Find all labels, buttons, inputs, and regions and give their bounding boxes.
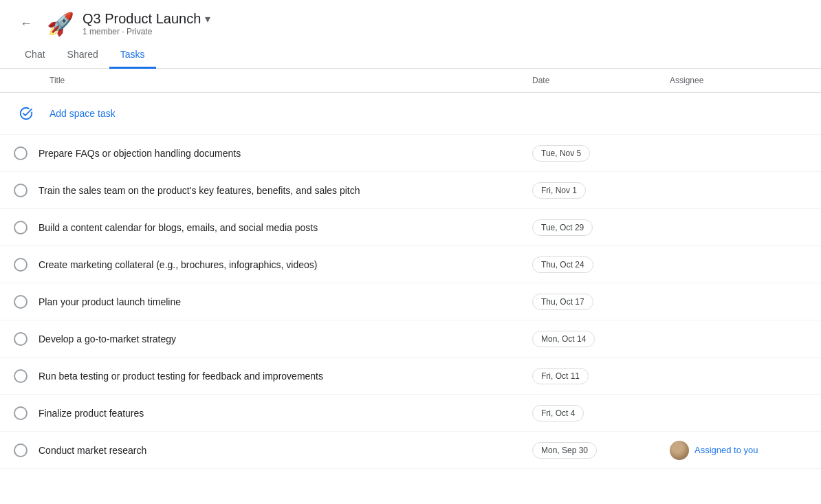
assignee-label: Assigned to you xyxy=(694,445,758,455)
task-date-cell: Thu, Oct 24 xyxy=(532,256,670,273)
task-title-cell: Finalize product features xyxy=(14,397,532,430)
header: ← 🚀 Q3 Product Launch ▾ 1 member · Priva… xyxy=(0,0,821,36)
task-title-cell: Prepare FAQs or objection handling docum… xyxy=(14,137,532,170)
task-list: Prepare FAQs or objection handling docum… xyxy=(0,135,821,469)
task-title-text: Build a content calendar for blogs, emai… xyxy=(39,222,318,233)
task-title-text: Train the sales team on the product's ke… xyxy=(39,185,360,196)
task-assignee-cell: Assigned to you xyxy=(670,441,807,460)
task-title-text: Finalize product features xyxy=(39,408,144,419)
task-date-cell: Mon, Oct 14 xyxy=(532,331,670,347)
task-date-cell: Tue, Oct 29 xyxy=(532,219,670,236)
task-date-cell: Fri, Oct 11 xyxy=(532,368,670,384)
task-date-badge: Mon, Oct 14 xyxy=(532,331,595,347)
task-date-badge: Fri, Nov 1 xyxy=(532,182,586,199)
task-title-text: Plan your product launch timeline xyxy=(39,296,181,307)
task-checkbox[interactable] xyxy=(14,146,28,160)
add-task-icon xyxy=(14,101,39,126)
task-title-text: Develop a go-to-market strategy xyxy=(39,333,176,344)
space-title: Q3 Product Launch ▾ xyxy=(83,11,210,27)
task-checkbox[interactable] xyxy=(14,443,28,457)
task-title-cell: Run beta testing or product testing for … xyxy=(14,360,532,393)
task-row: Build a content calendar for blogs, emai… xyxy=(0,209,821,246)
task-row: Develop a go-to-market strategyMon, Oct … xyxy=(0,320,821,358)
task-checkbox[interactable] xyxy=(14,369,28,383)
task-checkbox[interactable] xyxy=(14,184,28,197)
task-date-badge: Fri, Oct 11 xyxy=(532,368,589,384)
task-date-cell: Mon, Sep 30 xyxy=(532,442,670,459)
task-checkbox[interactable] xyxy=(14,221,28,234)
task-row: Conduct market researchMon, Sep 30Assign… xyxy=(0,432,821,469)
assignee-avatar xyxy=(670,441,689,460)
task-date-cell: Fri, Oct 4 xyxy=(532,405,670,421)
tab-tasks[interactable]: Tasks xyxy=(109,42,156,69)
add-task-row[interactable]: Add space task xyxy=(0,93,821,135)
task-title-text: Conduct market research xyxy=(39,445,146,456)
task-date-cell: Fri, Nov 1 xyxy=(532,182,670,199)
task-checkbox[interactable] xyxy=(14,406,28,420)
task-row: Finalize product featuresFri, Oct 4 xyxy=(0,395,821,432)
task-date-badge: Thu, Oct 17 xyxy=(532,294,593,310)
back-icon: ← xyxy=(20,17,32,31)
task-date-badge: Mon, Sep 30 xyxy=(532,442,597,459)
task-row: Run beta testing or product testing for … xyxy=(0,358,821,395)
task-date-badge: Tue, Oct 29 xyxy=(532,219,593,236)
task-row: Prepare FAQs or objection handling docum… xyxy=(0,135,821,172)
col-title: Title xyxy=(50,76,532,85)
task-title-cell: Train the sales team on the product's ke… xyxy=(14,174,532,207)
space-info: Q3 Product Launch ▾ 1 member · Private xyxy=(83,11,210,36)
task-date-cell: Thu, Oct 17 xyxy=(532,294,670,310)
space-dropdown-icon[interactable]: ▾ xyxy=(205,12,210,25)
task-row: Plan your product launch timelineThu, Oc… xyxy=(0,283,821,320)
app-container: ← 🚀 Q3 Product Launch ▾ 1 member · Priva… xyxy=(0,0,821,469)
task-checkbox[interactable] xyxy=(14,258,28,272)
col-date: Date xyxy=(532,76,670,85)
task-date-badge: Tue, Nov 5 xyxy=(532,145,590,162)
task-checkbox[interactable] xyxy=(14,295,28,309)
task-title-cell: Plan your product launch timeline xyxy=(14,285,532,318)
task-checkbox[interactable] xyxy=(14,332,28,346)
tab-shared[interactable]: Shared xyxy=(56,42,109,69)
table-header: Title Date Assignee xyxy=(0,69,821,93)
add-task-label: Add space task xyxy=(50,108,116,119)
task-title-text: Create marketing collateral (e.g., broch… xyxy=(39,259,317,270)
task-date-badge: Thu, Oct 24 xyxy=(532,256,593,273)
task-title-text: Prepare FAQs or objection handling docum… xyxy=(39,148,241,159)
tabs-container: Chat Shared Tasks xyxy=(0,42,821,69)
task-row: Create marketing collateral (e.g., broch… xyxy=(0,246,821,283)
task-title-cell: Develop a go-to-market strategy xyxy=(14,322,532,355)
task-title-cell: Create marketing collateral (e.g., broch… xyxy=(14,248,532,281)
task-row: Train the sales team on the product's ke… xyxy=(0,172,821,209)
task-title-cell: Conduct market research xyxy=(14,434,532,467)
col-assignee: Assignee xyxy=(670,76,807,85)
task-title-cell: Build a content calendar for blogs, emai… xyxy=(14,211,532,244)
task-date-badge: Fri, Oct 4 xyxy=(532,405,584,421)
space-meta: 1 member · Private xyxy=(83,27,210,36)
task-title-text: Run beta testing or product testing for … xyxy=(39,371,323,382)
space-icon: 🚀 xyxy=(47,13,74,35)
tab-chat[interactable]: Chat xyxy=(14,42,56,69)
task-date-cell: Tue, Nov 5 xyxy=(532,145,670,162)
space-title-text: Q3 Product Launch xyxy=(83,11,201,27)
back-button[interactable]: ← xyxy=(14,12,39,36)
